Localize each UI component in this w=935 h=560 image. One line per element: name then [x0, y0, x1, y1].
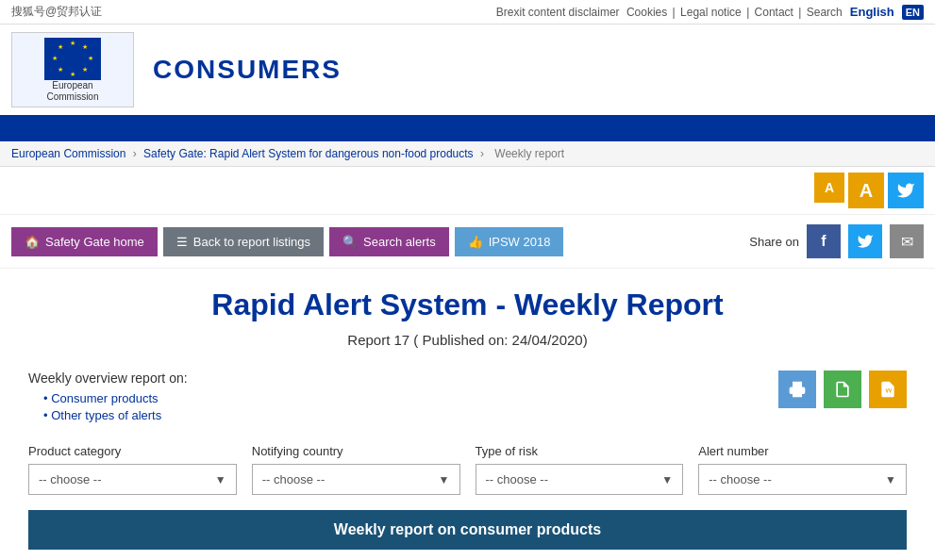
search-icon: 🔍	[342, 235, 358, 249]
report-title: Rapid Alert System - Weekly Report	[28, 288, 907, 322]
type-of-risk-filter: Type of risk -- choose -- ▼	[476, 444, 684, 495]
brexit-link[interactable]: Brexit content disclaimer	[496, 6, 620, 19]
twitter-share-top-button[interactable]	[888, 173, 924, 208]
type-of-risk-arrow-icon: ▼	[661, 473, 673, 486]
action-bar: 🏠 Safety Gate home ☰ Back to report list…	[0, 215, 935, 269]
search-link[interactable]: Search	[807, 6, 843, 19]
product-category-select[interactable]: -- choose -- ▼	[28, 464, 237, 495]
alert-number-select[interactable]: -- choose -- ▼	[698, 464, 907, 495]
lang-badge[interactable]: EN	[902, 5, 924, 20]
product-category-arrow-icon: ▼	[215, 473, 226, 486]
twitter-share-icon	[857, 233, 874, 250]
legal-link[interactable]: Legal notice	[680, 6, 742, 19]
eu-logo: ★ ★ ★ ★ ★ ★ ★ ★ European Commission	[11, 32, 134, 107]
pdf-icon	[833, 380, 852, 399]
svg-text:★: ★	[58, 43, 63, 50]
logo-line1: European	[52, 80, 92, 91]
thumbsup-icon: 👍	[468, 235, 483, 249]
overview-links: Consumer products Other types of alerts	[43, 391, 188, 422]
breadcrumb-ec[interactable]: European Commission	[11, 147, 125, 160]
notifying-country-select[interactable]: -- choose -- ▼	[252, 464, 460, 495]
logo-line2: Commission	[46, 91, 98, 102]
list-icon: ☰	[176, 235, 188, 249]
svg-text:★: ★	[70, 71, 75, 77]
action-buttons: 🏠 Safety Gate home ☰ Back to report list…	[11, 227, 563, 256]
alert-number-label: Alert number	[698, 444, 907, 458]
twitter-top-icon	[896, 181, 915, 200]
svg-text:★: ★	[82, 66, 88, 73]
share-facebook-button[interactable]: f	[807, 224, 841, 258]
document-icons	[778, 371, 907, 408]
top-bar-right: Brexit content disclaimer Cookies | Lega…	[496, 5, 924, 20]
product-category-label: Product category	[28, 444, 237, 458]
other-alerts-link[interactable]: Other types of alerts	[43, 408, 188, 422]
breadcrumb-safety-gate[interactable]: Safety Gate: Rapid Alert System for dang…	[143, 147, 474, 160]
svg-text:★: ★	[82, 43, 88, 50]
word-icon	[878, 380, 897, 399]
breadcrumb-current: Weekly report	[494, 147, 564, 160]
svg-text:★: ★	[88, 55, 93, 61]
share-email-button[interactable]: ✉	[890, 224, 924, 258]
type-of-risk-label: Type of risk	[476, 444, 684, 458]
print-icon	[788, 380, 807, 399]
language-label: English	[850, 5, 894, 19]
svg-text:★: ★	[58, 66, 63, 73]
cookies-link[interactable]: Cookies	[626, 6, 667, 19]
site-label: 搜狐号@贸邦认证	[11, 4, 102, 20]
breadcrumb: European Commission › Safety Gate: Rapid…	[0, 141, 935, 167]
overview-section: Weekly overview report on: Consumer prod…	[28, 371, 188, 425]
top-links: Brexit content disclaimer Cookies | Lega…	[496, 6, 843, 19]
share-twitter-button[interactable]	[848, 224, 882, 258]
report-subtitle: Report 17 ( Published on: 24/04/2020)	[28, 332, 907, 348]
logo-area: ★ ★ ★ ★ ★ ★ ★ ★ European Commission	[11, 32, 134, 107]
header: ★ ★ ★ ★ ★ ★ ★ ★ European Commission CONS…	[0, 25, 935, 115]
main-content: Rapid Alert System - Weekly Report Repor…	[0, 269, 935, 560]
svg-text:★: ★	[52, 55, 58, 61]
safety-gate-home-button[interactable]: 🏠 Safety Gate home	[11, 227, 158, 256]
share-label: Share on	[749, 235, 799, 249]
notifying-country-label: Notifying country	[252, 444, 460, 458]
filter-row: Product category -- choose -- ▼ Notifyin…	[28, 444, 907, 495]
consumer-products-link[interactable]: Consumer products	[43, 391, 188, 405]
eu-stars-icon: ★ ★ ★ ★ ★ ★ ★ ★	[44, 38, 101, 80]
search-alerts-button[interactable]: 🔍 Search alerts	[329, 227, 449, 256]
home-icon: 🏠	[25, 235, 40, 249]
word-download-button[interactable]	[869, 371, 907, 408]
svg-text:★: ★	[70, 40, 75, 46]
weekly-report-bar: Weekly report on consumer products	[28, 510, 907, 550]
font-size-bar: A A	[0, 167, 935, 215]
notifying-country-filter: Notifying country -- choose -- ▼	[252, 444, 460, 495]
back-to-listings-button[interactable]: ☰ Back to report listings	[163, 227, 324, 256]
ipsw-button[interactable]: 👍 IPSW 2018	[455, 227, 564, 256]
site-title: CONSUMERS	[153, 55, 342, 85]
blue-nav-bar	[0, 115, 935, 141]
product-category-filter: Product category -- choose -- ▼	[28, 444, 237, 495]
notifying-country-arrow-icon: ▼	[439, 473, 450, 486]
type-of-risk-select[interactable]: -- choose -- ▼	[476, 464, 684, 495]
contact-link[interactable]: Contact	[755, 6, 793, 19]
alert-number-arrow-icon: ▼	[885, 473, 896, 486]
pdf-download-button[interactable]	[824, 371, 861, 408]
share-area: Share on f ✉	[749, 224, 924, 258]
font-size-small-button[interactable]: A	[814, 173, 844, 203]
top-bar: 搜狐号@贸邦认证 Brexit content disclaimer Cooki…	[0, 0, 935, 25]
alert-number-filter: Alert number -- choose -- ▼	[698, 444, 907, 495]
overview-label: Weekly overview report on:	[28, 371, 188, 386]
print-button[interactable]	[778, 371, 816, 408]
font-size-large-button[interactable]: A	[848, 173, 884, 208]
